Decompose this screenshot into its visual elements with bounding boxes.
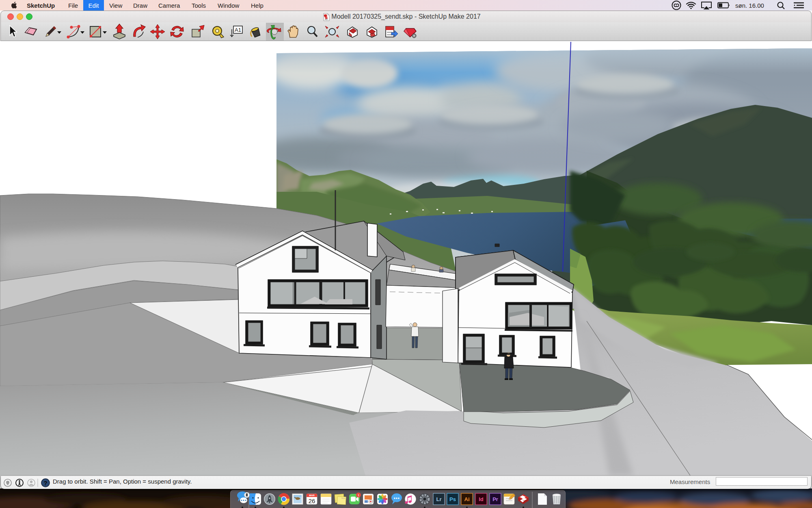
svg-text:Id: Id xyxy=(479,496,484,502)
svg-text:Pr: Pr xyxy=(492,496,498,502)
svg-text:A1: A1 xyxy=(235,27,241,33)
svg-text:1: 1 xyxy=(358,493,360,497)
svg-text:Ai: Ai xyxy=(464,496,470,502)
svg-text:MAR: MAR xyxy=(309,494,315,497)
svg-text:Ps: Ps xyxy=(449,496,456,502)
svg-text:?: ? xyxy=(43,480,47,486)
svg-text:Lr: Lr xyxy=(436,496,442,502)
svg-text:26: 26 xyxy=(309,497,315,504)
svg-text:.skp: .skp xyxy=(324,18,328,20)
svg-text:Notat: Notat xyxy=(341,497,346,499)
